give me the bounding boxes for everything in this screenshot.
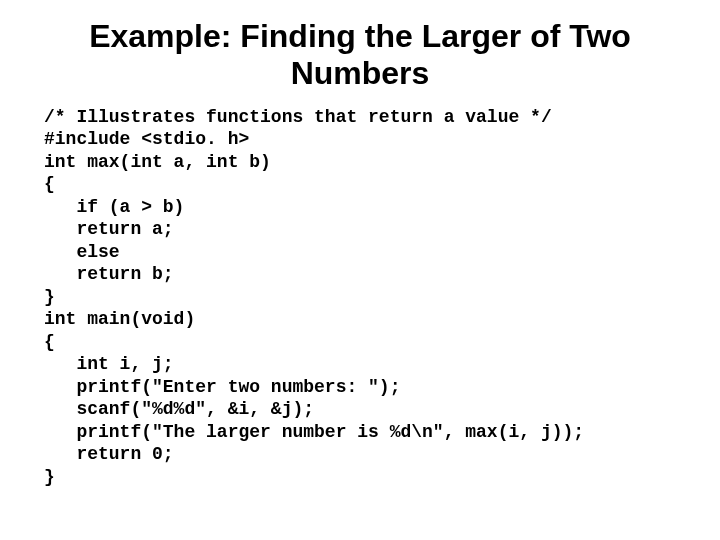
code-listing: /* Illustrates functions that return a v…: [44, 106, 676, 489]
slide: Example: Finding the Larger of Two Numbe…: [0, 0, 720, 540]
slide-title: Example: Finding the Larger of Two Numbe…: [44, 18, 676, 92]
